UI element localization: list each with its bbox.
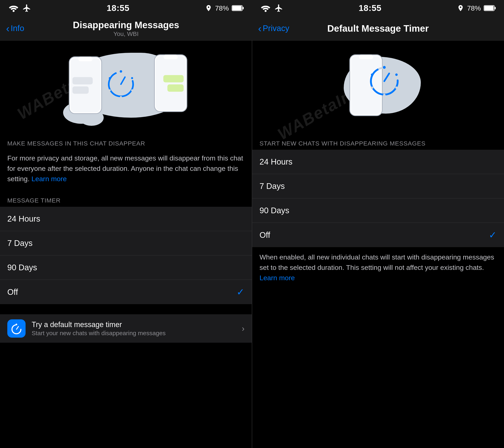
airplane-icon-right [274,4,283,13]
wifi-icon-right [260,4,271,12]
left-timer-list: 24 Hours 7 Days 90 Days Off ✓ [0,207,252,304]
left-option-7days[interactable]: 7 Days [0,231,252,255]
svg-rect-9 [71,58,100,112]
right-illustration-group [332,49,425,126]
svg-rect-24 [163,55,178,59]
left-illustration-group [59,49,193,126]
svg-point-28 [16,324,17,325]
left-option-24hours[interactable]: 24 Hours [0,207,252,231]
right-status-bar: 18:55 78% [252,0,504,16]
message-timer-header: MESSAGE TIMER [0,191,252,207]
right-nav-title-block: Default Message Timer [327,23,429,34]
svg-point-15 [120,70,122,73]
left-status-icons [8,4,31,13]
svg-point-36 [395,73,398,76]
right-option-off-label: Off [259,231,270,240]
left-option-24hours-label: 24 Hours [7,214,40,223]
right-back-label[interactable]: Privacy [263,24,289,33]
right-section-header: START NEW CHATS WITH DISAPPEARING MESSAG… [252,134,504,150]
left-description: For more privacy and storage, all new me… [0,150,252,189]
svg-point-0 [13,10,15,12]
svg-point-39 [371,87,373,89]
left-section-header: MAKE MESSAGES IN THIS CHAT DISAPPEAR [0,134,252,150]
left-checkmark: ✓ [236,287,245,297]
left-nav-title: Disappearing Messages [73,19,179,30]
timer-card-icon [10,323,22,335]
right-option-90days-label: 90 Days [259,206,289,215]
svg-point-40 [371,73,373,76]
right-back-chevron: ‹ [258,22,262,34]
airplane-icon [22,4,31,13]
right-timer-icon [368,63,400,95]
left-nav-subtitle: You, WBI [73,30,179,37]
svg-point-17 [131,89,133,91]
battery-pct-right: 78% [467,4,481,12]
svg-point-19 [109,89,111,91]
right-option-7days-label: 7 Days [259,182,285,191]
right-status-icons [260,4,283,13]
left-nav-title-block: Disappearing Messages You, WBI [73,19,179,37]
right-description: When enabled, all new individual chats w… [252,247,504,288]
svg-rect-3 [232,6,242,10]
svg-rect-2 [243,7,244,9]
panels-container: WABetaInfo [0,41,504,448]
svg-rect-6 [495,7,496,9]
phone-right-svg [152,53,189,114]
battery-icon-right [484,5,496,12]
phone-left-svg [67,55,104,116]
location-icon-right [457,4,464,12]
left-option-90days[interactable]: 90 Days [0,255,252,280]
right-status-right: 78% [457,4,496,12]
nav-bar: ‹ Info Disappearing Messages You, WBI ‹ … [0,16,504,41]
svg-rect-32 [359,55,373,59]
right-option-24hours[interactable]: 24 Hours [252,150,504,174]
left-panel: WABetaInfo [0,41,252,448]
svg-rect-23 [156,56,186,110]
svg-rect-10 [78,57,92,61]
right-checkmark: ✓ [489,230,497,240]
left-back-button[interactable]: ‹ Info [6,22,24,34]
right-option-24hours-label: 24 Hours [259,157,292,166]
default-timer-card[interactable]: Try a default message timer Start your n… [0,314,252,343]
left-illustration [0,41,252,134]
left-learn-more[interactable]: Learn more [32,175,67,183]
left-option-7days-label: 7 Days [7,239,33,248]
svg-line-29 [17,326,18,329]
right-back-button[interactable]: ‹ Privacy [258,22,289,34]
left-status-time: 18:55 [107,3,129,13]
svg-point-35 [383,66,386,69]
right-learn-more[interactable]: Learn more [259,274,295,282]
default-timer-icon [7,319,26,338]
bottom-card-chevron: › [242,324,245,333]
svg-point-16 [131,77,133,79]
svg-point-4 [265,10,267,12]
svg-rect-25 [163,75,184,82]
bottom-card-title: Try a default message timer [32,320,236,329]
svg-point-20 [109,77,111,79]
right-description-text: When enabled, all new individual chats w… [259,253,494,271]
bottom-card-content: Try a default message timer Start your n… [32,320,236,337]
right-timer-list: 24 Hours 7 Days 90 Days Off ✓ [252,150,504,247]
left-nav: ‹ Info Disappearing Messages You, WBI [0,16,252,40]
right-illustration [252,41,504,134]
svg-point-37 [395,87,398,89]
status-bar: 18:55 78% 18:55 [0,0,504,16]
wifi-icon [8,4,19,12]
battery-icon-left [232,5,244,12]
battery-pct-left: 78% [215,4,229,12]
left-back-label[interactable]: Info [11,24,24,33]
right-option-off[interactable]: Off ✓ [252,223,504,247]
svg-rect-26 [167,84,184,92]
right-option-90days[interactable]: 90 Days [252,198,504,223]
right-nav-title: Default Message Timer [327,23,429,34]
left-status-right: 78% [205,4,244,12]
left-back-chevron: ‹ [6,22,10,34]
left-option-off[interactable]: Off ✓ [0,280,252,304]
right-nav: ‹ Privacy Default Message Timer [252,16,504,40]
right-panel: WABetaInfo [252,41,504,448]
svg-rect-11 [72,77,93,84]
location-icon [205,4,212,12]
left-status-bar: 18:55 78% [0,0,252,16]
svg-rect-12 [72,87,89,94]
right-option-7days[interactable]: 7 Days [252,174,504,198]
